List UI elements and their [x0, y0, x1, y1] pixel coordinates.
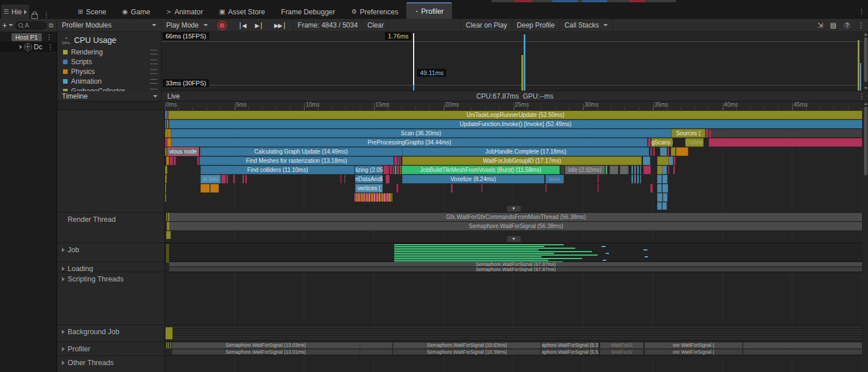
timeline-sample-marker[interactable] [657, 202, 662, 210]
timeline-sample-marker[interactable] [650, 184, 653, 193]
timeline-sample-marker[interactable] [674, 156, 675, 165]
tab-game[interactable]: ◉Game [115, 5, 159, 19]
timeline-sample-marker[interactable] [743, 349, 862, 355]
thread-track-profiler[interactable]: Semaphore.WaitForSignal (13.03ms)Semapho… [165, 342, 862, 355]
timeline-sample-marker[interactable] [165, 166, 167, 174]
timeline-sample-marker[interactable] [201, 184, 210, 193]
timeline-sample-marker[interactable] [657, 184, 662, 193]
drag-handle-icon[interactable] [150, 69, 158, 74]
timeline-sample-marker[interactable] [598, 175, 599, 183]
timeline-sample-marker[interactable] [631, 175, 633, 183]
hierarchy-kebab-icon[interactable]: ⋮ [40, 11, 53, 19]
thread-label-other-threads[interactable]: Other Threads [57, 356, 165, 372]
thread-track-other-threads[interactable] [165, 356, 862, 372]
timeline-sample[interactable]: Collide [685, 138, 704, 147]
module-item-rendering[interactable]: Rendering [57, 47, 161, 57]
collapse-expander-button[interactable]: ▼ [507, 206, 521, 212]
timeline-sample[interactable]: JobBuildTileMeshFromVoxels (Burst) (11.5… [402, 166, 560, 174]
timeline-sample[interactable]: Semaphore.WaitForSignal (10.39ms) [393, 349, 541, 355]
timeline-sample[interactable]: ions [545, 175, 564, 183]
timeline-sample-marker[interactable] [668, 166, 669, 174]
timeline-sample[interactable]: aphore.WaitForSignal (5.37 [541, 342, 599, 348]
cpu-usage-header[interactable]: ◔CPU CPU Usage [57, 32, 161, 47]
timeline-sample[interactable]: Idle (2.92ms) [565, 166, 606, 174]
timeline-sample[interactable]: gScans ( [651, 138, 673, 147]
tab-scene[interactable]: ⊞Scene [70, 5, 115, 19]
profiler-modules-dropdown[interactable]: Profiler Modules [57, 19, 162, 32]
timeline-sample[interactable]: Semaphore.WaitForSignal (56.38ms) [170, 222, 862, 230]
timeline-sample-marker[interactable] [648, 138, 650, 147]
timeline-sample-marker[interactable] [545, 184, 547, 193]
thread-label-loading[interactable]: Loading [57, 262, 165, 272]
timeline-sample[interactable]: nDataAndE [355, 175, 383, 183]
timeline-sample-marker[interactable] [631, 166, 633, 174]
timeline-sample-marker[interactable] [660, 147, 667, 156]
thread-track-main-thread[interactable]: UniTaskLoopRunnerUpdate (52.50ms)UpdateF… [165, 111, 862, 212]
timeline-sample[interactable]: lizing (2.05 [355, 166, 383, 174]
timeline-sample-marker[interactable] [233, 175, 234, 183]
play-mode-dropdown[interactable]: Play Mode [162, 19, 213, 32]
timeline-sample-marker[interactable] [392, 166, 394, 174]
thread-track-background-job[interactable] [165, 325, 862, 342]
next-frame-button[interactable]: ▶▏ [250, 19, 269, 32]
timeline-sample[interactable]: Gfx.WaitForGfxCommandsFromMainThread (56… [170, 213, 862, 221]
timeline-sample[interactable]: Semaphore.WaitForSignal (67.87ms) [169, 267, 862, 272]
timeline-sample-marker[interactable] [165, 147, 167, 156]
timeline-sample-marker[interactable] [226, 175, 227, 183]
scene-kebab-icon[interactable]: ⋮ [44, 43, 57, 51]
foldout-arrow-icon[interactable] [19, 45, 22, 49]
call-stacks-dropdown[interactable]: Call Stacks [560, 19, 613, 32]
timeline-sample-marker[interactable] [663, 193, 667, 202]
thread-label-profiler[interactable]: Profiler [57, 342, 165, 355]
timeline-sample-marker[interactable] [481, 184, 482, 193]
timeline-sample-marker[interactable] [210, 184, 219, 193]
load-profile-icon[interactable]: ⇲ [814, 21, 827, 29]
timeline-sample-marker[interactable] [167, 138, 171, 147]
module-item-scripts[interactable]: Scripts [57, 57, 161, 66]
timeline-sample-marker[interactable] [709, 138, 862, 147]
timeline-sample-marker[interactable] [637, 166, 638, 174]
timeline-sample[interactable]: Semaphore.WaitForSignal (13.03ms) [172, 342, 359, 348]
timeline-sample-marker[interactable] [165, 184, 166, 193]
timeline-sample-marker[interactable] [383, 166, 389, 174]
host-kebab-icon[interactable]: ⋮ [43, 33, 56, 41]
timeline-sample[interactable]: ore WaitForSignal ( [645, 349, 742, 355]
tab-animator[interactable]: ≻Animator [158, 5, 211, 19]
timeline-sample[interactable]: Calculating Graph Update (14.49ms) [200, 147, 402, 156]
timeline-sample-marker[interactable] [643, 156, 650, 165]
help-icon[interactable]: ? [840, 22, 854, 29]
timeline-sample-marker[interactable] [620, 166, 629, 174]
timeline-sample-marker[interactable] [165, 138, 167, 147]
drag-handle-icon[interactable] [150, 50, 158, 54]
timeline-sample[interactable]: Scan (36.20ms) [171, 129, 671, 138]
panel-popout-icon[interactable]: ⧉ [49, 22, 53, 29]
timeline-sample-marker[interactable] [606, 166, 607, 174]
timeline-sample-marker[interactable] [170, 156, 173, 165]
timeline-sample-marker[interactable] [662, 184, 668, 193]
timeline-sample[interactable]: Find colliders (11.10ms) [201, 166, 355, 174]
module-item-animation[interactable]: Animation [57, 76, 161, 86]
thread-label-scripting-threads[interactable]: Scripting Threads [57, 272, 165, 324]
timeline-sample[interactable]: WaitForSi [600, 349, 643, 355]
timeline-sample-marker[interactable] [245, 175, 246, 183]
timeline-sample[interactable]: WaitForJobGroupID (17.17ms) [402, 156, 642, 165]
tab-asset-store[interactable]: ▣Asset Store [211, 5, 273, 19]
add-button[interactable]: + [2, 21, 7, 30]
timeline-sample-marker[interactable] [166, 156, 169, 165]
timeline-sample-marker[interactable] [400, 166, 401, 174]
timeline-sample[interactable]: PreProcessingGraphs (34.44ms) [171, 138, 647, 147]
timeline-sample[interactable]: WaitForSi [600, 342, 643, 348]
clear-on-play-button[interactable]: Clear on Play [461, 19, 512, 32]
timeline-sample-marker[interactable] [634, 175, 635, 183]
timeline-sample-marker[interactable] [705, 129, 862, 138]
timeline-sample-marker[interactable] [560, 166, 564, 174]
clear-button[interactable]: Clear [363, 19, 389, 32]
timeline-sample-marker[interactable] [598, 184, 599, 193]
tab-frame-debugger[interactable]: Frame Debugger [273, 5, 344, 19]
timeline-view-dropdown[interactable]: Timeline [57, 91, 162, 101]
timeline-sample-marker[interactable] [662, 166, 667, 174]
thread-label-background-job[interactable]: Background Job [57, 325, 165, 342]
timeline-sample[interactable]: Semaphore.WaitForSignal (67.87ms) [169, 262, 862, 267]
timeline-sample[interactable]: UniTaskLoopRunnerUpdate (52.50ms) [168, 111, 862, 119]
timeline-sample-marker[interactable] [657, 193, 662, 202]
